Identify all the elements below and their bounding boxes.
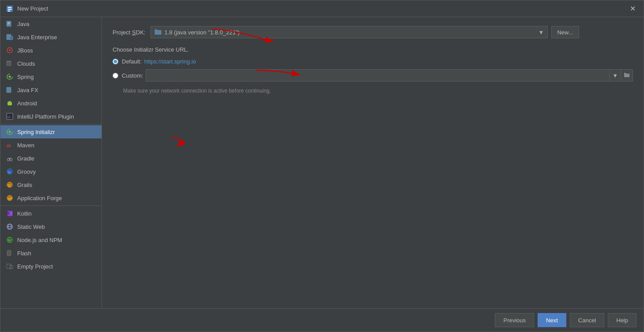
sidebar-item-kotlin[interactable]: Kotlin [0,207,102,220]
spring-icon [6,73,14,81]
jboss-icon [6,46,14,54]
sidebar-item-spring-initializr[interactable]: Spring Initializr [0,125,102,138]
sdk-new-button[interactable]: New... [551,26,579,38]
svg-point-11 [9,49,11,51]
cancel-button[interactable]: Cancel [570,313,604,327]
sidebar-item-label: JBoss [17,47,33,54]
groovy-icon: G [6,168,14,175]
sidebar-item-label: Java FX [17,87,38,93]
sdk-row: Project SDK: 1.8 (java version "1.8.0_22… [113,26,633,38]
svg-rect-9 [10,36,13,40]
javafx-icon [6,86,14,94]
footer: Previous Next Cancel Help [0,308,644,332]
kotlin-icon [6,209,14,217]
help-button[interactable]: Help [608,313,636,327]
service-url-title: Choose Initializr Service URL. [113,46,633,53]
dialog-title: New Project [17,5,48,12]
svg-rect-4 [7,21,11,26]
sidebar-item-nodejs[interactable]: N Node.js and NPM [0,233,102,246]
sidebar-item-label: Maven [17,142,34,149]
sidebar-item-label: Spring [17,74,34,80]
sidebar-item-application-forge[interactable]: AF Application Forge [0,191,102,205]
separator-2 [0,205,102,206]
gradle-icon [6,154,14,162]
android-icon [6,99,14,107]
sidebar-item-label: Android [17,100,37,107]
svg-rect-16 [8,102,12,105]
sidebar-item-groovy[interactable]: G Groovy [0,165,102,178]
network-note: Make sure your network connection is act… [123,88,633,94]
svg-rect-42 [7,250,11,256]
sidebar-item-spring[interactable]: Spring [0,70,102,83]
svg-rect-12 [7,61,11,66]
sidebar-item-empty-project[interactable]: Empty Project [0,260,102,273]
svg-text:N: N [8,239,10,242]
sidebar-item-gradle[interactable]: Gradle [0,152,102,165]
separator-1 [0,124,102,124]
sdk-dropdown[interactable]: 1.8 (java version "1.8.0_221") ▼ [151,26,548,38]
previous-button[interactable]: Previous [495,313,534,327]
sidebar-item-static-web[interactable]: Static Web [0,220,102,233]
sidebar-item-jboss[interactable]: JBoss [0,44,102,57]
svg-point-18 [8,101,9,102]
svg-text:G: G [8,170,11,174]
sidebar-item-label: IntelliJ Platform Plugin [17,113,74,120]
new-project-dialog: New Project ✕ Java [0,0,644,332]
grails-icon: G [6,181,14,189]
custom-url-row: Custom: ▼ [113,69,633,82]
sidebar-item-label: Node.js and NPM [17,237,62,243]
sidebar-item-maven[interactable]: m Maven [0,138,102,152]
sdk-folder-icon [154,29,162,35]
svg-point-22 [9,131,11,133]
custom-folder-button[interactable] [621,69,633,82]
default-radio[interactable] [113,59,118,64]
sidebar-item-label: Static Web [17,224,45,230]
sidebar-item-flash[interactable]: Flash [0,246,102,260]
sidebar-item-label: Spring Initializr [17,129,55,135]
sidebar-item-label: Flash [17,250,31,257]
custom-radio[interactable] [113,73,118,78]
sidebar-item-label: Grails [17,182,32,188]
application-forge-icon: AF [6,194,14,202]
svg-rect-15 [7,87,11,93]
default-url-row: Default: https://start.spring.io [113,58,633,65]
sidebar-item-label: Kotlin [17,210,32,217]
sidebar-item-android[interactable]: Android [0,97,102,110]
custom-dropdown-button[interactable]: ▼ [610,69,621,82]
dialog-icon [6,5,14,13]
sidebar-item-label: Gradle [17,155,34,162]
maven-icon: m [6,141,14,149]
sidebar-item-label: Clouds [17,60,35,67]
nodejs-icon: N [6,236,14,244]
svg-text:G: G [8,183,11,187]
svg-rect-2 [8,9,11,10]
svg-point-25 [10,158,12,161]
folder-icon [624,73,630,78]
titlebar: New Project ✕ [0,0,644,17]
svg-rect-3 [8,11,10,11]
sidebar-item-java-enterprise[interactable]: Java Enterprise [0,30,102,44]
flash-icon [6,249,14,257]
sidebar-item-grails[interactable]: G Grails [0,178,102,191]
sidebar-item-label: Empty Project [17,263,53,270]
sidebar-item-clouds[interactable]: Clouds [0,57,102,70]
sdk-label: Project SDK: [113,29,145,36]
main-area: Project SDK: 1.8 (java version "1.8.0_22… [102,17,644,308]
sidebar-item-intellij-plugin[interactable]: IJ IntelliJ Platform Plugin [0,110,102,123]
custom-url-input[interactable] [146,69,610,82]
custom-input-wrapper: ▼ [146,69,633,82]
clouds-icon [6,60,14,67]
custom-label: Custom: [122,72,143,79]
svg-rect-1 [8,7,11,8]
svg-point-24 [8,158,10,161]
close-button[interactable]: ✕ [627,4,638,14]
default-url-link[interactable]: https://start.spring.io [144,58,196,65]
default-label: Default: [122,58,142,65]
svg-point-19 [10,101,11,102]
sidebar-item-javafx[interactable]: Java FX [0,83,102,97]
empty-project-icon [6,262,14,270]
java-enterprise-icon [6,33,14,41]
next-button[interactable]: Next [538,313,566,327]
sidebar-item-label: Groovy [17,168,36,175]
sidebar-item-java[interactable]: Java [0,17,102,30]
